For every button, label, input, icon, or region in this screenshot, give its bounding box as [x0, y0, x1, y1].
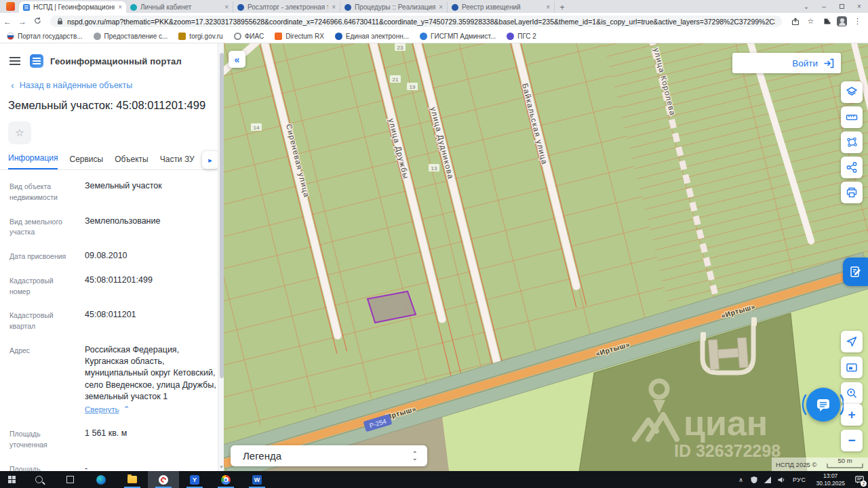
chat-bubble-icon — [815, 396, 831, 413]
collapse-panel-button[interactable]: « — [229, 51, 245, 68]
language-indicator[interactable]: РУС — [788, 476, 811, 483]
tray-chevron-icon[interactable]: ∧ — [734, 476, 747, 483]
share-icon[interactable] — [787, 18, 803, 26]
plot-number-badge: 19 — [407, 83, 418, 90]
map-search-icon — [846, 387, 858, 399]
profile-avatar[interactable] — [834, 16, 850, 26]
layers-icon — [846, 86, 858, 98]
bookmark-item[interactable]: Портал государств... — [7, 33, 83, 40]
tab-nspd[interactable]: НСПД | Геоинформационный п × — [19, 1, 126, 13]
tab-close-icon[interactable]: × — [118, 3, 122, 11]
yandex-app[interactable]: Y — [179, 471, 210, 488]
layers-button[interactable] — [841, 81, 863, 103]
feedback-tab-button[interactable] — [843, 258, 868, 286]
tabs-scroll-right-button[interactable]: ▸ — [202, 151, 218, 169]
clock-date: 30.10.2025 — [816, 480, 845, 487]
close-button[interactable]: × — [850, 3, 868, 10]
back-to-results-link[interactable]: ‹ Назад в найденные объекты — [0, 70, 224, 91]
share-map-button[interactable] — [841, 157, 863, 178]
tab-informatsiya[interactable]: Информация — [8, 153, 58, 169]
edge-app[interactable] — [85, 471, 117, 488]
bookmark-favicon — [335, 33, 342, 40]
lock-icon — [57, 18, 63, 25]
legend-expand-icon[interactable]: ⌃⌄ — [412, 452, 418, 460]
tab-chasti-zu[interactable]: Части ЗУ — [160, 155, 195, 169]
bookmarks-bar: Портал государств... Предоставление с...… — [0, 30, 868, 43]
collapse-address-link[interactable]: Свернуть — [85, 405, 119, 415]
notification-badge: 2 — [861, 481, 867, 487]
maximize-button[interactable] — [833, 4, 850, 9]
chat-button[interactable] — [806, 388, 840, 422]
bookmark-item[interactable]: Directum RX — [275, 33, 324, 40]
reload-icon[interactable] — [30, 17, 45, 26]
collapse-caret-icon[interactable]: ⌃ — [123, 405, 130, 414]
chat-widget[interactable] — [802, 386, 844, 424]
login-label[interactable]: Войти — [792, 58, 818, 68]
print-button[interactable] — [841, 182, 863, 203]
cadastral-map[interactable]: Сиреневая улица улица Дружбы улица Дудни… — [224, 43, 868, 471]
file-explorer-app[interactable] — [117, 471, 148, 488]
svg-text:50 m: 50 m — [837, 457, 852, 464]
tray-icons[interactable] — [747, 476, 788, 484]
tab-favicon — [130, 4, 137, 11]
plot-number-badge: 23 — [395, 43, 406, 51]
scrollbar-thumb[interactable] — [220, 53, 224, 378]
printer-icon — [846, 186, 858, 199]
forward-icon[interactable]: → — [15, 17, 30, 26]
bookmark-item[interactable]: torgi.gov.ru — [178, 33, 222, 40]
tab-lichny-kabinet[interactable]: Личный кабинет × — [126, 1, 233, 13]
tab-close-icon[interactable]: × — [332, 3, 336, 11]
tab-obekty[interactable]: Объекты — [115, 155, 149, 169]
tab-servisy[interactable]: Сервисы — [69, 155, 103, 169]
bookmark-star-icon[interactable]: ☆ — [803, 17, 818, 26]
extensions-icon[interactable] — [818, 18, 834, 26]
taskbar-search-button[interactable] — [23, 471, 54, 488]
scrollbar-down-arrow[interactable]: ▾ — [218, 464, 224, 470]
tab-close-icon[interactable]: × — [439, 3, 443, 11]
bookmark-item[interactable]: Предоставление с... — [94, 33, 168, 40]
tab-close-icon[interactable]: × — [224, 3, 229, 11]
menu-kebab-icon[interactable]: ⋮ — [850, 17, 865, 26]
tab-close-icon[interactable]: × — [546, 3, 550, 11]
action-center-button[interactable]: 2 — [850, 471, 868, 488]
app-title: Геоинформационный портал — [50, 56, 182, 66]
geolocation-button[interactable] — [841, 331, 863, 352]
tab-search-icon[interactable]: ⌄ — [797, 3, 815, 10]
select-area-button[interactable] — [841, 131, 863, 153]
map-viewport[interactable]: Сиреневая улица улица Дружбы улица Дудни… — [224, 43, 868, 471]
bookmark-item[interactable]: ГИСГМП Админист... — [420, 33, 496, 40]
tab-roseltorg[interactable]: Росэлторг - электронная торго × — [233, 1, 340, 13]
zoom-in-button[interactable]: + — [841, 404, 863, 426]
field-row: Кадастровый номер45:08:011201:499 — [0, 268, 224, 304]
measure-button[interactable] — [841, 106, 863, 128]
word-app[interactable]: W — [241, 471, 273, 488]
bookmark-item[interactable]: ПГС 2 — [507, 33, 536, 40]
bookmark-item[interactable]: ФИАС — [234, 33, 264, 40]
legend-bar[interactable]: Легенда ⌃⌄ — [231, 445, 427, 466]
panel-scrollbar[interactable]: ▾ — [218, 43, 224, 471]
active-app[interactable] — [148, 471, 179, 488]
taskbar-clock[interactable]: 13:07 30.10.2025 — [810, 472, 850, 487]
geoportal-logo-icon — [30, 54, 43, 68]
taskbar-apps: Y W — [0, 471, 273, 488]
share-icon — [846, 161, 858, 174]
task-view-button[interactable] — [54, 471, 85, 488]
back-icon[interactable]: ← — [0, 17, 15, 26]
chrome-app[interactable] — [210, 471, 241, 488]
overview-map-button[interactable] — [841, 357, 863, 378]
hamburger-menu-icon[interactable] — [9, 57, 20, 65]
pencil-doc-icon — [849, 265, 863, 279]
search-on-map-button[interactable] — [841, 382, 863, 404]
bookmark-item[interactable]: Единая электронн... — [335, 33, 409, 40]
favorite-star-button[interactable]: ☆ — [8, 121, 31, 144]
pinned-tab-icon[interactable] — [6, 2, 15, 11]
address-bar[interactable]: nspd.gov.ru/map?thematic=PKK&zoom=17.323… — [50, 16, 782, 27]
svg-text:НСПД 2025 ©: НСПД 2025 © — [776, 461, 816, 468]
minimize-button[interactable]: – — [815, 3, 833, 10]
zoom-out-button[interactable]: − — [841, 430, 863, 451]
tab-procedury[interactable]: Процедуры :: Реализация гос × — [340, 1, 448, 13]
tab-reestr[interactable]: Реестр извещений × — [448, 1, 555, 13]
login-bar[interactable]: Войти — [732, 53, 841, 73]
new-tab-button[interactable]: + — [555, 1, 570, 13]
start-button[interactable] — [0, 471, 23, 488]
